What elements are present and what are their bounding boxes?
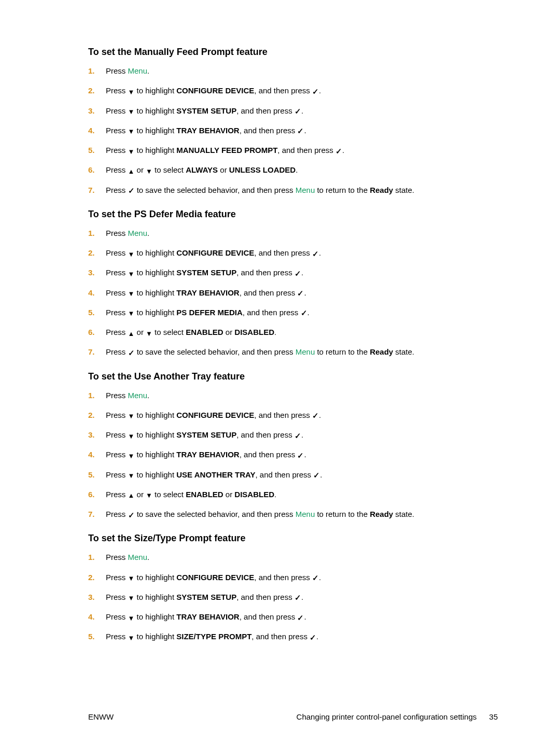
step-item: Press to highlight TRAY BEHAVIOR, and th…	[88, 288, 498, 298]
step-text: .	[319, 248, 321, 257]
step-text: .	[274, 328, 276, 336]
check-icon	[128, 511, 135, 519]
bold-label: CONFIGURE DEVICE	[176, 573, 254, 582]
step-item: Press to highlight TRAY BEHAVIOR, and th…	[88, 449, 498, 460]
step-text: , and then press	[240, 288, 298, 297]
step-item: Press to save the selected behavior, and…	[88, 185, 498, 195]
bold-label: SYSTEM SETUP	[176, 106, 236, 115]
step-text: .	[301, 430, 303, 439]
step-text: , and then press	[236, 593, 295, 601]
check-icon	[310, 634, 316, 641]
step-text: state.	[393, 347, 414, 356]
step-text: Press	[106, 470, 128, 479]
step-text: to select	[152, 165, 186, 174]
step-text: Press	[106, 186, 128, 194]
step-item: Press to highlight CONFIGURE DEVICE, and…	[88, 410, 498, 420]
step-item: Press Menu.	[88, 66, 498, 76]
step-text: state.	[393, 510, 414, 518]
bold-label: MANUALLY FEED PROMPT	[176, 146, 277, 154]
check-icon	[312, 250, 319, 258]
step-text: .	[304, 126, 306, 135]
step-text: Press	[106, 308, 128, 317]
check-icon	[312, 88, 319, 95]
step-item: Press to highlight SYSTEM SETUP, and the…	[88, 106, 498, 116]
step-text: Press	[106, 593, 128, 601]
bold-label: SYSTEM SETUP	[176, 430, 236, 439]
step-text: to highlight	[134, 632, 176, 641]
step-item: Press to save the selected behavior, and…	[88, 347, 498, 357]
step-text: .	[304, 288, 306, 297]
arrow-down-icon	[128, 634, 135, 641]
check-icon	[295, 270, 301, 277]
steps-list: Press Menu.Press to highlight CONFIGURE …	[88, 66, 498, 195]
bold-label: UNLESS LOADED	[229, 165, 296, 174]
step-item: Press to highlight CONFIGURE DEVICE, and…	[88, 572, 498, 583]
bold-label: SYSTEM SETUP	[176, 268, 236, 277]
step-item: Press to save the selected behavior, and…	[88, 509, 498, 519]
step-text: to highlight	[134, 612, 176, 621]
step-text: Press	[106, 268, 128, 277]
step-text: , and then press	[254, 411, 312, 419]
arrow-down-icon	[146, 491, 152, 499]
bold-label: SYSTEM SETUP	[176, 593, 236, 601]
steps-list: Press Menu.Press to highlight CONFIGURE …	[88, 390, 498, 520]
step-text: Press	[106, 347, 128, 356]
step-text: to return to the	[315, 510, 370, 518]
arrow-down-icon	[128, 270, 135, 277]
step-text: , and then press	[236, 106, 295, 115]
step-text: to save the selected behavior, and then …	[135, 186, 296, 194]
step-text: , and then press	[254, 86, 312, 95]
arrow-down-icon	[128, 412, 135, 419]
step-text: .	[319, 86, 321, 95]
step-text: to highlight	[134, 411, 176, 419]
menu-label: Menu	[128, 66, 148, 75]
arrow-down-icon	[128, 614, 135, 622]
step-text: .	[319, 411, 321, 419]
step-text: .	[342, 146, 344, 154]
check-icon	[295, 432, 301, 440]
step-text: Press	[106, 490, 128, 499]
arrow-down-icon	[128, 250, 135, 258]
step-text: Press	[106, 450, 128, 459]
step-text: or	[218, 165, 229, 174]
arrow-up-icon	[128, 329, 135, 337]
arrow-down-icon	[128, 147, 135, 155]
step-text: .	[274, 490, 276, 499]
step-text: to return to the	[315, 347, 370, 356]
step-text: to save the selected behavior, and then …	[135, 347, 296, 356]
step-item: Press or to select ENABLED or DISABLED.	[88, 327, 498, 338]
bold-label: PS DEFER MEDIA	[176, 308, 243, 317]
step-text: to highlight	[134, 430, 176, 439]
step-text: to select	[152, 490, 186, 499]
step-item: Press or to select ENABLED or DISABLED.	[88, 489, 498, 500]
step-text: to highlight	[134, 308, 176, 317]
step-text: Press	[106, 573, 128, 582]
arrow-down-icon	[146, 329, 152, 337]
step-item: Press Menu.	[88, 390, 498, 401]
bold-label: CONFIGURE DEVICE	[176, 411, 254, 419]
step-text: Press	[106, 288, 128, 297]
step-text: to highlight	[134, 126, 176, 135]
step-text: , and then press	[240, 126, 298, 135]
arrow-down-icon	[128, 107, 135, 115]
check-icon	[335, 147, 342, 155]
step-text: , and then press	[254, 573, 312, 582]
step-text: .	[301, 593, 303, 601]
check-icon	[297, 452, 304, 459]
step-text: or	[134, 328, 146, 336]
step-text: .	[304, 450, 306, 459]
step-text: Press	[106, 510, 128, 518]
step-item: Press to highlight SIZE/TYPE PROMPT, and…	[88, 631, 498, 642]
step-text: .	[316, 632, 318, 641]
step-text: Press	[106, 632, 128, 641]
arrow-down-icon	[128, 127, 135, 135]
arrow-up-icon	[128, 167, 135, 175]
bold-label: TRAY BEHAVIOR	[176, 450, 239, 459]
step-text: .	[147, 229, 149, 237]
bold-label: CONFIGURE DEVICE	[176, 86, 254, 95]
bold-label: TRAY BEHAVIOR	[176, 288, 239, 297]
step-text: Press	[106, 328, 128, 336]
steps-list: Press Menu.Press to highlight CONFIGURE …	[88, 228, 498, 358]
step-text: .	[307, 308, 310, 317]
bold-label: DISABLED	[234, 328, 274, 336]
